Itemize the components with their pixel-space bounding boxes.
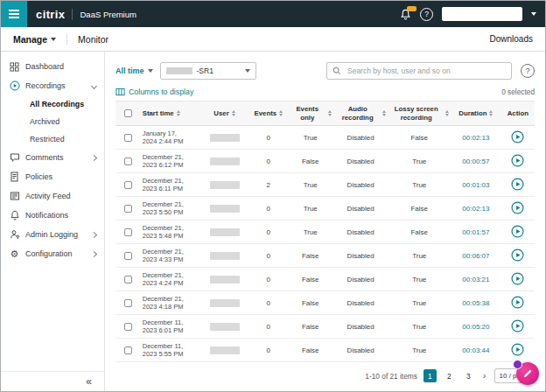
sidebar-item-archived[interactable]: Archived xyxy=(1,113,104,130)
events-only-cell: False xyxy=(287,268,333,291)
sort-icon[interactable] xyxy=(328,110,332,116)
row-checkbox[interactable] xyxy=(124,276,132,284)
citrix-logo: citrix xyxy=(36,8,65,21)
sidebar-item-all-recordings[interactable]: All Recordings xyxy=(1,95,104,113)
lossy-screen-recording-cell: True xyxy=(388,150,451,173)
row-checkbox[interactable] xyxy=(124,346,132,354)
sidebar-item-policies[interactable]: Policies xyxy=(1,167,104,186)
row-checkbox[interactable] xyxy=(124,323,132,331)
sidebar-collapse-button[interactable]: « xyxy=(1,371,104,391)
duration-link[interactable]: 00:02:13 xyxy=(462,205,489,213)
duration-link[interactable]: 00:05:38 xyxy=(462,299,489,307)
user-account-redacted[interactable] xyxy=(442,7,522,21)
page-button-3[interactable]: 3 xyxy=(462,369,475,382)
column-header-events[interactable]: Events xyxy=(249,102,287,126)
play-button[interactable] xyxy=(511,272,524,285)
play-icon xyxy=(511,130,524,144)
bell-icon xyxy=(9,210,20,221)
events-only-cell: False xyxy=(287,339,333,362)
policies-icon xyxy=(9,172,20,183)
page-help-button[interactable]: ? xyxy=(521,64,535,78)
sort-icon[interactable] xyxy=(232,110,235,116)
row-checkbox[interactable] xyxy=(124,205,132,213)
user-redacted xyxy=(210,346,240,354)
sidebar-item-comments[interactable]: Comments xyxy=(1,148,104,167)
duration-link[interactable]: 00:06:07 xyxy=(462,252,489,260)
play-button[interactable] xyxy=(511,319,524,332)
duration-link[interactable]: 00:00:57 xyxy=(462,158,489,165)
row-checkbox[interactable] xyxy=(124,252,132,260)
start-time-cell: December 11, 2023 5:55 PM xyxy=(141,339,200,362)
sort-icon[interactable] xyxy=(177,110,180,116)
site-select-dropdown[interactable]: -SR1 xyxy=(160,62,256,80)
play-button[interactable] xyxy=(511,201,524,214)
downloads-link[interactable]: Downloads xyxy=(490,34,533,44)
time-filter-dropdown[interactable]: All time xyxy=(116,66,153,75)
tab-monitor[interactable]: Monitor xyxy=(78,34,108,45)
user-cell xyxy=(200,173,249,197)
tab-manage[interactable]: Manage xyxy=(13,34,56,45)
sidebar-item-dashboard[interactable]: Dashboard xyxy=(1,57,104,76)
user-redacted xyxy=(210,205,240,213)
next-page-button[interactable]: › xyxy=(481,371,488,381)
events-cell: 0 xyxy=(249,126,287,150)
column-header-duration[interactable]: Duration xyxy=(451,102,500,126)
row-checkbox[interactable] xyxy=(124,228,132,236)
user-redacted xyxy=(210,181,240,189)
duration-link[interactable]: 00:02:13 xyxy=(462,134,489,142)
play-icon xyxy=(511,296,524,309)
duration-link[interactable]: 00:01:03 xyxy=(462,181,489,189)
sidebar-item-notifications[interactable]: Notifications xyxy=(1,206,104,225)
column-header-start-time[interactable]: Start time xyxy=(141,102,200,126)
select-all-checkbox[interactable] xyxy=(124,109,132,117)
assistant-button[interactable] xyxy=(516,362,539,385)
events-only-cell: True xyxy=(287,126,333,150)
help-button[interactable]: ? xyxy=(420,8,433,21)
audio-recording-cell: Disabled xyxy=(333,339,388,362)
table-row: December 21, 2023 6:11 PM 2 True Disable… xyxy=(116,173,535,197)
row-checkbox[interactable] xyxy=(124,299,132,307)
play-button[interactable] xyxy=(511,248,524,262)
play-button[interactable] xyxy=(511,154,524,167)
page-button-1[interactable]: 1 xyxy=(424,369,437,382)
column-header-audio-recording[interactable]: Audio recording xyxy=(333,102,388,126)
row-checkbox[interactable] xyxy=(124,158,132,165)
sort-icon[interactable] xyxy=(445,110,449,116)
sidebar-item-admin-logging[interactable]: Admin Logging xyxy=(1,225,104,244)
sidebar-item-configuration[interactable]: ⚙ Configuration xyxy=(1,244,104,263)
sidebar-item-recordings[interactable]: Recordings xyxy=(1,76,104,95)
pagination-summary: 1-10 of 21 items xyxy=(365,372,417,381)
start-time-cell: December 21, 2023 4:24 PM xyxy=(141,268,200,291)
pencil-icon xyxy=(522,368,533,379)
play-button[interactable] xyxy=(511,225,524,238)
chevron-down-icon[interactable] xyxy=(531,12,536,16)
sort-icon[interactable] xyxy=(279,110,283,116)
duration-link[interactable]: 00:03:21 xyxy=(462,276,489,284)
columns-to-display-button[interactable]: Columns to display xyxy=(116,88,193,96)
play-button[interactable] xyxy=(511,343,524,356)
page-button-2[interactable]: 2 xyxy=(443,369,456,382)
duration-cell: 00:05:20 xyxy=(451,315,500,339)
user-cell xyxy=(200,220,249,244)
events-cell: 2 xyxy=(249,173,287,197)
sidebar-item-restricted[interactable]: Restricted xyxy=(1,130,104,148)
duration-link[interactable]: 00:01:57 xyxy=(462,228,489,236)
user-cell xyxy=(200,315,249,339)
column-header-lossy-screen-recording[interactable]: Lossy screen recording xyxy=(388,102,451,126)
column-header-user[interactable]: User xyxy=(200,102,249,126)
column-header-events-only[interactable]: Events only xyxy=(287,102,333,126)
sort-icon[interactable] xyxy=(382,110,386,116)
hamburger-menu-button[interactable] xyxy=(1,1,27,27)
sort-icon[interactable] xyxy=(489,110,493,116)
sidebar-item-activity-feed[interactable]: Activity Feed xyxy=(1,186,104,206)
play-button[interactable] xyxy=(511,178,524,191)
search-input[interactable] xyxy=(346,66,506,76)
notifications-bell-button[interactable] xyxy=(400,9,411,20)
duration-link[interactable]: 00:03:44 xyxy=(462,346,489,354)
row-checkbox[interactable] xyxy=(124,134,132,142)
play-button[interactable] xyxy=(511,130,524,144)
column-header-action: Action xyxy=(501,102,535,126)
duration-link[interactable]: 00:05:20 xyxy=(462,323,489,331)
play-button[interactable] xyxy=(511,296,524,309)
row-checkbox[interactable] xyxy=(124,181,132,189)
